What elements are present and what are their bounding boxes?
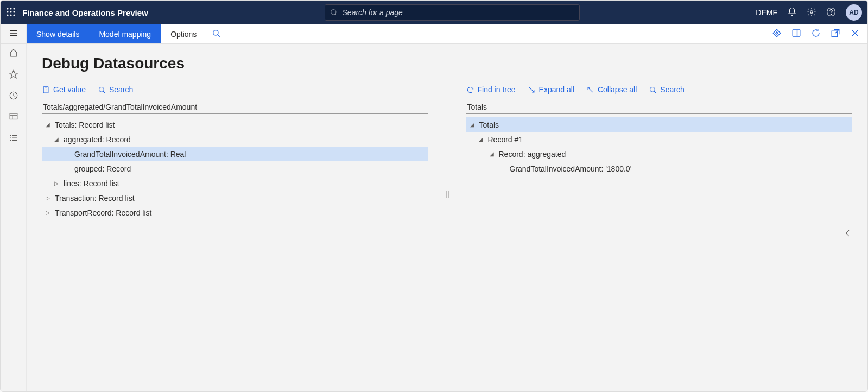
svg-point-11 — [810, 10, 813, 13]
topbar-center — [155, 4, 750, 21]
expand-icon[interactable]: ▷ — [44, 195, 52, 201]
splitter-handle[interactable] — [446, 82, 449, 386]
tree-row[interactable]: ◢Record: aggregated — [466, 147, 853, 161]
collapse-all-icon — [586, 86, 594, 94]
tree-label: lines: Record list — [64, 179, 119, 188]
global-search-input[interactable] — [341, 8, 575, 17]
svg-point-5 — [13, 11, 15, 12]
hamburger-icon — [9, 28, 18, 40]
svg-point-17 — [213, 30, 218, 35]
left-tree: ◢Totals: Record list ◢aggregated: Record… — [42, 117, 428, 220]
find-in-tree-button[interactable]: Find in tree — [466, 85, 516, 94]
right-tree: ◢Totals ◢Record #1 ◢Record: aggregated G… — [466, 117, 853, 176]
svg-point-6 — [7, 14, 8, 16]
page-title: Debug Datasources — [42, 55, 852, 72]
close-icon[interactable] — [850, 28, 860, 40]
svg-point-7 — [10, 14, 11, 16]
sync-icon — [466, 86, 474, 94]
expand-all-button[interactable]: Expand all — [528, 85, 574, 94]
tree-row-selected[interactable]: ◢Totals — [466, 117, 853, 132]
right-path-bar[interactable]: Totals — [466, 102, 853, 114]
svg-line-18 — [218, 35, 220, 37]
collapse-icon[interactable]: ◢ — [53, 136, 60, 142]
ribbon-search-icon[interactable] — [206, 29, 226, 39]
tree-label: aggregated: Record — [64, 135, 131, 144]
collapse-icon[interactable]: ◢ — [477, 136, 485, 142]
tree-label: grouped: Record — [74, 165, 131, 173]
refresh-icon[interactable] — [811, 28, 821, 40]
tree-row[interactable]: ▷Transaction: Record list — [42, 191, 428, 205]
tree-label: TransportRecord: Record list — [55, 208, 151, 217]
right-search-button[interactable]: Search — [649, 85, 684, 94]
company-code[interactable]: DEMF — [756, 8, 777, 17]
tree-row[interactable]: ▷TransportRecord: Record list — [42, 205, 428, 220]
collapse-icon[interactable]: ◢ — [468, 122, 476, 128]
tree-label: Totals: Record list — [55, 121, 115, 129]
workspaces-icon[interactable] — [9, 112, 18, 123]
svg-point-3 — [7, 11, 8, 12]
svg-marker-25 — [9, 71, 17, 78]
tree-row[interactable]: GrandTotalInvoicedAmount: '1800.0' — [466, 161, 853, 176]
tree-row[interactable]: ◢Totals: Record list — [42, 117, 428, 132]
left-nav — [1, 44, 27, 391]
help-icon[interactable] — [826, 7, 836, 18]
right-panel-toolbar: Find in tree Expand all Collapse all — [466, 82, 853, 97]
ribbon-right — [764, 28, 867, 40]
collapse-icon[interactable]: ◢ — [488, 151, 496, 157]
expand-icon[interactable]: ▷ — [44, 210, 52, 216]
ribbon-show-details[interactable]: Show details — [27, 24, 89, 43]
tree-label: Totals — [479, 121, 499, 129]
tree-row[interactable]: ◢aggregated: Record — [42, 132, 428, 147]
search-icon — [649, 86, 657, 94]
collapse-all-button[interactable]: Collapse all — [586, 85, 637, 94]
global-search[interactable] — [325, 4, 580, 21]
tree-row-selected[interactable]: GrandTotalInvoicedAmount: Real — [42, 147, 428, 161]
svg-rect-27 — [10, 113, 17, 119]
collapse-icon[interactable]: ◢ — [44, 122, 52, 128]
side-panel-icon[interactable] — [791, 28, 801, 40]
expand-icon[interactable]: ▷ — [53, 180, 60, 186]
svg-rect-19 — [793, 30, 800, 36]
content-area: Debug Datasources Get value Search — [27, 44, 867, 391]
search-icon — [330, 8, 338, 17]
chevron-left-icon — [844, 229, 852, 238]
open-new-window-icon[interactable] — [831, 28, 840, 40]
svg-line-48 — [529, 87, 534, 92]
tree-row[interactable]: ▷lines: Record list — [42, 176, 428, 191]
related-info-flyout[interactable] — [844, 229, 852, 239]
ribbon-options[interactable]: Options — [161, 24, 206, 43]
svg-line-49 — [588, 87, 593, 92]
get-value-button[interactable]: Get value — [42, 85, 86, 94]
tree-row[interactable]: grouped: Record — [42, 161, 428, 176]
tree-row[interactable]: ◢Record #1 — [466, 132, 853, 147]
svg-line-10 — [335, 14, 337, 16]
attachments-icon[interactable] — [772, 28, 782, 40]
no-expand-icon — [64, 166, 71, 172]
favorites-icon[interactable] — [9, 69, 18, 81]
tree-label: Record #1 — [488, 135, 523, 144]
expand-all-icon — [528, 86, 536, 94]
app-launcher-icon[interactable] — [6, 7, 16, 18]
no-expand-icon — [499, 166, 506, 172]
ribbon-model-mapping[interactable]: Model mapping — [89, 24, 161, 43]
tree-label: Record: aggregated — [499, 150, 566, 159]
left-search-button[interactable]: Search — [98, 85, 133, 94]
search-icon — [98, 86, 106, 94]
notifications-icon[interactable] — [787, 7, 797, 18]
svg-line-45 — [103, 91, 105, 93]
home-icon[interactable] — [9, 48, 18, 60]
avatar[interactable]: AD — [846, 4, 862, 21]
app-title: Finance and Operations Preview — [22, 8, 148, 17]
tree-label: GrandTotalInvoicedAmount: Real — [74, 150, 186, 159]
leftnav-toggle[interactable] — [1, 24, 27, 43]
left-path-bar[interactable]: Totals/aggregated/GrandTotalInvoicedAmou… — [42, 102, 428, 114]
modules-icon[interactable] — [9, 133, 18, 144]
settings-icon[interactable] — [807, 7, 816, 18]
recent-icon[interactable] — [9, 91, 18, 102]
ribbon-row: Show details Model mapping Options — [1, 24, 867, 44]
find-in-tree-label: Find in tree — [478, 85, 516, 94]
svg-point-8 — [13, 14, 15, 16]
topbar: Finance and Operations Preview DEMF AD — [1, 1, 867, 24]
body: Debug Datasources Get value Search — [1, 44, 867, 391]
ribbon: Show details Model mapping Options — [27, 24, 867, 43]
